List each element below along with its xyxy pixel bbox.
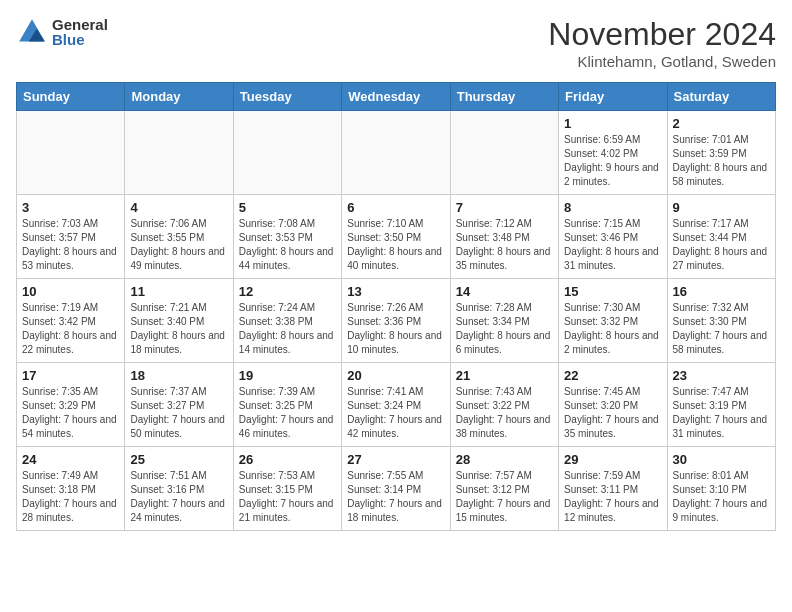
calendar-cell: 19Sunrise: 7:39 AM Sunset: 3:25 PM Dayli…	[233, 363, 341, 447]
calendar-cell: 23Sunrise: 7:47 AM Sunset: 3:19 PM Dayli…	[667, 363, 775, 447]
calendar-cell: 30Sunrise: 8:01 AM Sunset: 3:10 PM Dayli…	[667, 447, 775, 531]
day-number: 19	[239, 368, 336, 383]
day-number: 9	[673, 200, 770, 215]
calendar-cell: 24Sunrise: 7:49 AM Sunset: 3:18 PM Dayli…	[17, 447, 125, 531]
calendar-cell: 29Sunrise: 7:59 AM Sunset: 3:11 PM Dayli…	[559, 447, 667, 531]
calendar-cell: 26Sunrise: 7:53 AM Sunset: 3:15 PM Dayli…	[233, 447, 341, 531]
calendar-cell	[450, 111, 558, 195]
calendar-cell: 4Sunrise: 7:06 AM Sunset: 3:55 PM Daylig…	[125, 195, 233, 279]
weekday-header-saturday: Saturday	[667, 83, 775, 111]
location-subtitle: Klintehamn, Gotland, Sweden	[548, 53, 776, 70]
calendar-cell	[17, 111, 125, 195]
day-detail: Sunrise: 7:32 AM Sunset: 3:30 PM Dayligh…	[673, 301, 770, 357]
calendar-cell: 1Sunrise: 6:59 AM Sunset: 4:02 PM Daylig…	[559, 111, 667, 195]
day-detail: Sunrise: 7:30 AM Sunset: 3:32 PM Dayligh…	[564, 301, 661, 357]
week-row-1: 3Sunrise: 7:03 AM Sunset: 3:57 PM Daylig…	[17, 195, 776, 279]
calendar-cell: 7Sunrise: 7:12 AM Sunset: 3:48 PM Daylig…	[450, 195, 558, 279]
calendar-cell: 22Sunrise: 7:45 AM Sunset: 3:20 PM Dayli…	[559, 363, 667, 447]
day-detail: Sunrise: 7:06 AM Sunset: 3:55 PM Dayligh…	[130, 217, 227, 273]
day-number: 3	[22, 200, 119, 215]
calendar-cell: 12Sunrise: 7:24 AM Sunset: 3:38 PM Dayli…	[233, 279, 341, 363]
day-detail: Sunrise: 7:43 AM Sunset: 3:22 PM Dayligh…	[456, 385, 553, 441]
calendar-cell: 8Sunrise: 7:15 AM Sunset: 3:46 PM Daylig…	[559, 195, 667, 279]
day-detail: Sunrise: 7:03 AM Sunset: 3:57 PM Dayligh…	[22, 217, 119, 273]
weekday-header-wednesday: Wednesday	[342, 83, 450, 111]
logo-blue-text: Blue	[52, 32, 108, 47]
day-number: 26	[239, 452, 336, 467]
calendar-cell	[125, 111, 233, 195]
weekday-header-thursday: Thursday	[450, 83, 558, 111]
calendar-cell: 28Sunrise: 7:57 AM Sunset: 3:12 PM Dayli…	[450, 447, 558, 531]
day-number: 24	[22, 452, 119, 467]
day-number: 12	[239, 284, 336, 299]
calendar-cell: 10Sunrise: 7:19 AM Sunset: 3:42 PM Dayli…	[17, 279, 125, 363]
day-number: 5	[239, 200, 336, 215]
day-detail: Sunrise: 7:59 AM Sunset: 3:11 PM Dayligh…	[564, 469, 661, 525]
day-detail: Sunrise: 7:15 AM Sunset: 3:46 PM Dayligh…	[564, 217, 661, 273]
day-detail: Sunrise: 7:41 AM Sunset: 3:24 PM Dayligh…	[347, 385, 444, 441]
calendar-cell: 3Sunrise: 7:03 AM Sunset: 3:57 PM Daylig…	[17, 195, 125, 279]
day-number: 21	[456, 368, 553, 383]
day-number: 8	[564, 200, 661, 215]
day-detail: Sunrise: 7:45 AM Sunset: 3:20 PM Dayligh…	[564, 385, 661, 441]
logo: General Blue	[16, 16, 108, 48]
calendar-cell: 16Sunrise: 7:32 AM Sunset: 3:30 PM Dayli…	[667, 279, 775, 363]
calendar-cell: 14Sunrise: 7:28 AM Sunset: 3:34 PM Dayli…	[450, 279, 558, 363]
day-detail: Sunrise: 7:47 AM Sunset: 3:19 PM Dayligh…	[673, 385, 770, 441]
day-number: 29	[564, 452, 661, 467]
title-section: November 2024 Klintehamn, Gotland, Swede…	[548, 16, 776, 70]
calendar-cell: 20Sunrise: 7:41 AM Sunset: 3:24 PM Dayli…	[342, 363, 450, 447]
day-detail: Sunrise: 7:19 AM Sunset: 3:42 PM Dayligh…	[22, 301, 119, 357]
day-detail: Sunrise: 7:28 AM Sunset: 3:34 PM Dayligh…	[456, 301, 553, 357]
day-number: 16	[673, 284, 770, 299]
day-number: 28	[456, 452, 553, 467]
week-row-4: 24Sunrise: 7:49 AM Sunset: 3:18 PM Dayli…	[17, 447, 776, 531]
day-detail: Sunrise: 7:55 AM Sunset: 3:14 PM Dayligh…	[347, 469, 444, 525]
day-detail: Sunrise: 7:39 AM Sunset: 3:25 PM Dayligh…	[239, 385, 336, 441]
weekday-header-sunday: Sunday	[17, 83, 125, 111]
day-detail: Sunrise: 7:17 AM Sunset: 3:44 PM Dayligh…	[673, 217, 770, 273]
weekday-header-friday: Friday	[559, 83, 667, 111]
day-detail: Sunrise: 8:01 AM Sunset: 3:10 PM Dayligh…	[673, 469, 770, 525]
day-detail: Sunrise: 7:10 AM Sunset: 3:50 PM Dayligh…	[347, 217, 444, 273]
calendar-cell: 5Sunrise: 7:08 AM Sunset: 3:53 PM Daylig…	[233, 195, 341, 279]
calendar-cell: 21Sunrise: 7:43 AM Sunset: 3:22 PM Dayli…	[450, 363, 558, 447]
calendar-cell: 11Sunrise: 7:21 AM Sunset: 3:40 PM Dayli…	[125, 279, 233, 363]
calendar-cell: 17Sunrise: 7:35 AM Sunset: 3:29 PM Dayli…	[17, 363, 125, 447]
day-detail: Sunrise: 7:24 AM Sunset: 3:38 PM Dayligh…	[239, 301, 336, 357]
calendar-cell: 13Sunrise: 7:26 AM Sunset: 3:36 PM Dayli…	[342, 279, 450, 363]
calendar-cell: 6Sunrise: 7:10 AM Sunset: 3:50 PM Daylig…	[342, 195, 450, 279]
logo-icon	[16, 16, 48, 48]
week-row-2: 10Sunrise: 7:19 AM Sunset: 3:42 PM Dayli…	[17, 279, 776, 363]
day-number: 13	[347, 284, 444, 299]
calendar-cell	[342, 111, 450, 195]
day-detail: Sunrise: 7:49 AM Sunset: 3:18 PM Dayligh…	[22, 469, 119, 525]
header: General Blue November 2024 Klintehamn, G…	[16, 16, 776, 70]
day-number: 30	[673, 452, 770, 467]
day-number: 1	[564, 116, 661, 131]
week-row-3: 17Sunrise: 7:35 AM Sunset: 3:29 PM Dayli…	[17, 363, 776, 447]
weekday-header-row: SundayMondayTuesdayWednesdayThursdayFrid…	[17, 83, 776, 111]
day-number: 6	[347, 200, 444, 215]
day-number: 10	[22, 284, 119, 299]
day-detail: Sunrise: 7:12 AM Sunset: 3:48 PM Dayligh…	[456, 217, 553, 273]
day-detail: Sunrise: 7:37 AM Sunset: 3:27 PM Dayligh…	[130, 385, 227, 441]
day-detail: Sunrise: 7:53 AM Sunset: 3:15 PM Dayligh…	[239, 469, 336, 525]
calendar-cell: 2Sunrise: 7:01 AM Sunset: 3:59 PM Daylig…	[667, 111, 775, 195]
day-number: 17	[22, 368, 119, 383]
day-detail: Sunrise: 7:57 AM Sunset: 3:12 PM Dayligh…	[456, 469, 553, 525]
day-detail: Sunrise: 7:26 AM Sunset: 3:36 PM Dayligh…	[347, 301, 444, 357]
day-number: 2	[673, 116, 770, 131]
calendar-cell: 9Sunrise: 7:17 AM Sunset: 3:44 PM Daylig…	[667, 195, 775, 279]
day-number: 22	[564, 368, 661, 383]
weekday-header-monday: Monday	[125, 83, 233, 111]
day-number: 11	[130, 284, 227, 299]
day-detail: Sunrise: 7:21 AM Sunset: 3:40 PM Dayligh…	[130, 301, 227, 357]
day-number: 15	[564, 284, 661, 299]
day-detail: Sunrise: 7:01 AM Sunset: 3:59 PM Dayligh…	[673, 133, 770, 189]
day-detail: Sunrise: 7:51 AM Sunset: 3:16 PM Dayligh…	[130, 469, 227, 525]
day-detail: Sunrise: 6:59 AM Sunset: 4:02 PM Dayligh…	[564, 133, 661, 189]
calendar-cell: 25Sunrise: 7:51 AM Sunset: 3:16 PM Dayli…	[125, 447, 233, 531]
day-number: 23	[673, 368, 770, 383]
calendar-table: SundayMondayTuesdayWednesdayThursdayFrid…	[16, 82, 776, 531]
